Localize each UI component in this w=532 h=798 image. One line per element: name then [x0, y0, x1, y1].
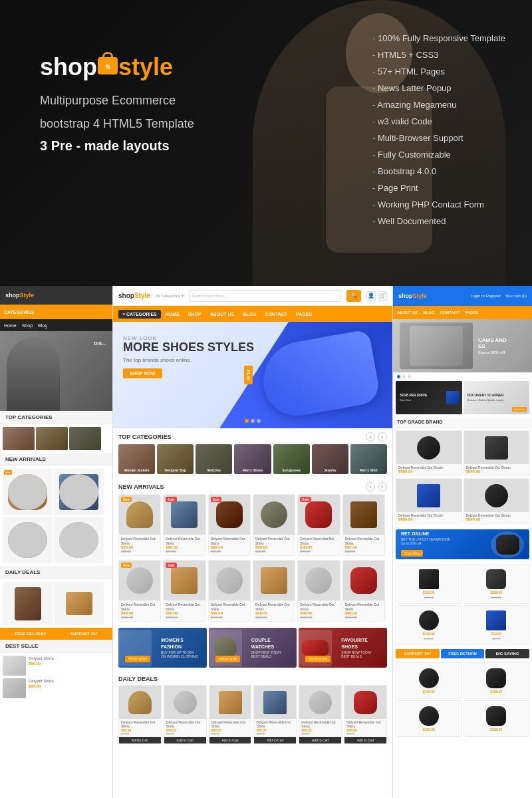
pc-prod-img: [253, 495, 295, 535]
pc-banner-btn[interactable]: SHOP NOW: [305, 656, 331, 662]
pc-prod-img: Sale: [298, 495, 339, 535]
pc-banner-btn[interactable]: SHOP NOW: [125, 656, 150, 662]
pc-nav-blog[interactable]: BLOG: [239, 310, 260, 319]
pl-bs-item: Defyant Shirts $89.00: [3, 678, 110, 698]
pc-deal: Defyant Reversible Dot Shirts$80.00$90.0…: [344, 685, 387, 744]
pc-banner-shoes: FAVOURITE SHOESSHOP NOW TODAYBEST DEALSS…: [299, 628, 387, 668]
pc-product: Sale Defyant Reversible Dot Shirts$80.00…: [163, 494, 205, 556]
pr-grades-title: TOP GRADE BRAND: [393, 417, 532, 428]
pc-product: New Defyant Reversible Dot Shirts$88.00$…: [118, 560, 161, 622]
pc-hero-subtitle: The top brands shoes online.: [123, 357, 254, 363]
pc-prod-img: [343, 495, 384, 535]
pr-saving-promo: BIG SAVING: [485, 649, 529, 658]
logo: shop s style: [40, 53, 194, 81]
pc-category-bag[interactable]: Designer Bag: [157, 444, 194, 474]
pc-search[interactable]: Search store here...: [189, 290, 341, 302]
pc-prod-info: Defyant Reversible Dot Shirts$88.00$100.…: [164, 600, 205, 621]
pc-deal-btn[interactable]: Add to Cart: [119, 737, 161, 743]
pr-nav-contact[interactable]: CONTACT: [440, 311, 460, 315]
pc-product: Defyant Reversible Dot Shirts$80.00$90.0…: [253, 494, 295, 556]
pl-banner-person: [7, 338, 60, 411]
logo-bag-icon: s: [98, 57, 118, 74]
pc-deal-btn[interactable]: Add to Cart: [254, 737, 296, 743]
pc-prod-info: Defyant Reversible Dot Shirts$88.00$100.…: [343, 600, 384, 621]
pl-bs-info: Defyant Shirts $89.00: [29, 678, 54, 698]
pc-cat-next[interactable]: ›: [378, 432, 387, 442]
pr-cart-link[interactable]: Your cart (0): [505, 294, 527, 298]
hero-subtitle1: Multipurpose Ecommerce: [40, 92, 194, 110]
pc-cat-label: Women Jackets: [118, 468, 155, 472]
pc-hero-shop-btn[interactable]: SHOP NOW: [123, 368, 162, 378]
pc-prod-img: Sale: [209, 495, 250, 535]
feature-item: Amazing Megamenu: [364, 100, 505, 110]
pc-prod-info: Defyant Reversible Dot Shirts$80.00$90.0…: [119, 535, 160, 555]
pl-prod-thumb: [54, 517, 104, 563]
pc-hero-title: MORE SHOES STYLES: [123, 341, 254, 354]
pr-nav-blog[interactable]: BLOG: [423, 311, 434, 315]
pc-deal-img: [119, 686, 161, 719]
hero-tagline: 3 Pre - made layouts: [40, 138, 194, 154]
pc-product: Sale Defyant Reversible Dot Shirts$80.00…: [208, 494, 251, 556]
pc-arr-next[interactable]: ›: [378, 482, 387, 491]
pl-banner-text: DIS...: [94, 341, 106, 346]
pr-prod-img: [464, 479, 529, 512]
pc-deal: Defyant Reversible Dot Shirts$80.00$90.0…: [118, 685, 162, 744]
pr-more-img: [419, 668, 439, 688]
pc-category-women[interactable]: Women Jackets: [118, 444, 155, 474]
pr-nav: ABOUT US BLOG CONTACT PAGES: [393, 306, 532, 319]
pc-hero-badge: ELIG: [244, 366, 253, 384]
pc-cat-label: Sunglasses: [273, 468, 310, 472]
pl-banner: DIS...: [0, 331, 112, 411]
pr-promo-btn[interactable]: Shop Now: [401, 550, 423, 557]
pr-more-img: [486, 706, 506, 726]
pc-prod-info: Defyant Reversible Dot Shirts$80.00$90.0…: [343, 535, 384, 555]
pc-deal-btn[interactable]: Add to Cart: [344, 737, 386, 743]
pr-nav-pages[interactable]: PAGES: [465, 311, 479, 315]
preview-center-panel: shopStyle All Categories ▾ Search store …: [113, 286, 392, 798]
pc-deal: Defyant Reversible Dot Shirts$80.00$90.0…: [164, 685, 207, 744]
pc-deal-info: Defyant Reversible Dot Shirts$80.00$90.0…: [344, 719, 386, 737]
pc-product: Defyant Reversible Dot Shirts$88.00$100.…: [342, 560, 385, 622]
pc-category-men-shirt[interactable]: Men's Shirt: [350, 444, 387, 474]
pc-arr-prev[interactable]: ‹: [366, 482, 375, 491]
pr-prod-info: Defyant Reversible Dot Shorts$999.00: [396, 512, 462, 523]
pc-nav-categories[interactable]: ≡ CATEGORIES: [118, 310, 161, 319]
pc-banner-label: FAVOURITE SHOES: [334, 637, 387, 650]
pl-categories-title: TOP CATEGORIES: [0, 411, 112, 424]
pc-cat-label: Men's Shoes: [234, 468, 271, 472]
pl-header: shopStyle: [0, 286, 112, 305]
feature-item: Well Documented: [364, 216, 505, 226]
pc-banner-women: WOMEN'S FASHIONBUY FOR UP TO 50%ON WOMEN…: [118, 628, 207, 668]
hero-content: shop s style Multipurpose Ecommerce boot…: [40, 53, 194, 167]
pc-nav-pages[interactable]: PAGES: [292, 310, 316, 319]
pr-more-img: [486, 668, 506, 688]
pc-nav-shop[interactable]: SHOP: [184, 310, 205, 319]
pc-category-men-shoes[interactable]: Men's Shoes: [234, 444, 271, 474]
pc-nav: ≡ CATEGORIES HOME SHOP ABOUT US BLOG CON…: [113, 306, 392, 322]
pc-deals-header: DAILY DEALS: [113, 672, 392, 685]
pc-banner-btn[interactable]: SHOP NOW: [215, 656, 241, 662]
pc-nav-about[interactable]: ABOUT US: [206, 310, 239, 319]
pl-cat-thumb: [3, 427, 35, 450]
pc-search-button[interactable]: [346, 290, 361, 302]
pc-cat-prev[interactable]: ‹: [366, 432, 375, 442]
pr-nav-about[interactable]: ABOUT US: [397, 311, 418, 315]
pc-category-sunglasses[interactable]: Sunglasses: [273, 444, 310, 474]
pc-deal-btn[interactable]: Add to Cart: [299, 737, 341, 743]
pl-arrivals-grid: New: [0, 466, 112, 566]
pc-user-icon[interactable]: 👤: [366, 291, 376, 301]
pr-login-link[interactable]: Login or Register: [471, 294, 501, 298]
pc-deal-info: Defyant Reversible Dot Shirts$80.00$90.0…: [164, 719, 206, 737]
pc-cart-icon[interactable]: 🛒: [378, 291, 387, 301]
pc-nav-contact[interactable]: CONTACT: [261, 310, 291, 319]
logo-shop-text: shop: [40, 53, 97, 81]
pr-logo: shopStyle: [398, 293, 427, 299]
pc-category-watches[interactable]: Watches: [196, 444, 232, 474]
pc-category-jewelry[interactable]: Jewelry: [312, 444, 348, 474]
pc-deal-btn[interactable]: Add to Cart: [164, 737, 206, 743]
pc-prod-img: New: [119, 561, 160, 600]
pc-nav-home[interactable]: HOME: [162, 310, 184, 319]
pr-acc-item: $399.00 $449.00: [464, 564, 530, 604]
pl-bs-img: [3, 678, 26, 698]
pc-deal-btn[interactable]: Add to Cart: [209, 737, 251, 743]
